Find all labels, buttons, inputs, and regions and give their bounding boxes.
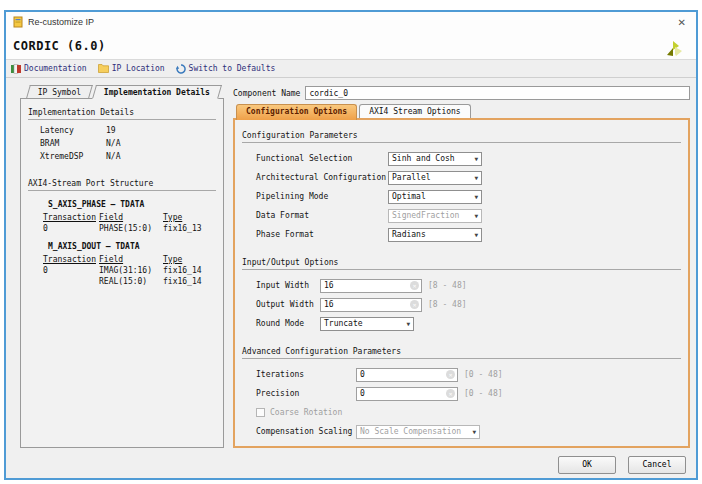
input-width-label: Input Width bbox=[256, 281, 320, 290]
tab-axi4-stream-options[interactable]: AXI4 Stream Options bbox=[359, 104, 471, 118]
switch-to-defaults-label: Switch to Defaults bbox=[189, 64, 276, 73]
xilinx-logo-icon bbox=[664, 39, 684, 59]
architectural-configuration-row: Architectural Configuration Parallel▼ bbox=[256, 168, 681, 187]
round-mode-dropdown[interactable]: Truncate▼ bbox=[320, 317, 414, 331]
column-header: Field bbox=[99, 213, 163, 222]
refresh-icon bbox=[176, 64, 186, 74]
chevron-down-icon: ▼ bbox=[474, 212, 478, 219]
output-width-range: [8 - 48] bbox=[428, 300, 467, 309]
ip-location-button[interactable]: IP Location bbox=[98, 64, 165, 73]
chevron-down-icon: ▼ bbox=[406, 320, 410, 327]
output-width-label: Output Width bbox=[256, 300, 320, 309]
compensation-scaling-label: Compensation Scaling bbox=[256, 427, 356, 436]
column-header: Type bbox=[163, 255, 216, 264]
iterations-field[interactable]: 0✕ bbox=[356, 368, 458, 382]
column-header: Transaction bbox=[43, 213, 99, 222]
input-width-range: [8 - 48] bbox=[428, 281, 467, 290]
table-cell: REAL(15:0) bbox=[99, 277, 163, 286]
clear-icon[interactable]: ✕ bbox=[446, 389, 455, 398]
data-format-label: Data Format bbox=[256, 211, 388, 220]
coarse-rotation-row: Coarse Rotation bbox=[256, 403, 681, 422]
coarse-rotation-checkbox bbox=[256, 408, 265, 417]
iterations-range: [0 - 48] bbox=[464, 370, 503, 379]
impl-row-xtremedsp: XtremeDSPN/A bbox=[40, 152, 216, 165]
component-name-input[interactable] bbox=[305, 86, 690, 100]
chevron-down-icon: ▼ bbox=[472, 428, 476, 435]
folder-icon bbox=[98, 64, 109, 73]
table-cell: fix16_14 bbox=[163, 277, 216, 286]
right-panel: Component Name Configuration Options AXI… bbox=[233, 85, 690, 448]
precision-range: [0 - 48] bbox=[464, 389, 503, 398]
pipelining-mode-label: Pipelining Mode bbox=[256, 192, 388, 201]
iterations-row: Iterations 0✕ [0 - 48] bbox=[256, 365, 681, 384]
switch-to-defaults-button[interactable]: Switch to Defaults bbox=[176, 64, 276, 74]
axi4-port-structure-title: AXI4-Stream Port Structure bbox=[28, 177, 216, 191]
table-cell: 0 bbox=[43, 266, 99, 275]
window-title: Re-customize IP bbox=[28, 17, 94, 27]
chevron-down-icon: ▼ bbox=[474, 174, 478, 181]
round-mode-row: Round Mode Truncate▼ bbox=[256, 314, 681, 333]
configuration-parameters-title: Configuration Parameters bbox=[242, 129, 681, 143]
clear-icon[interactable]: ✕ bbox=[410, 300, 419, 309]
window-titlebar: Re-customize IP ✕ bbox=[6, 12, 696, 32]
chevron-down-icon: ▼ bbox=[474, 193, 478, 200]
architectural-configuration-dropdown[interactable]: Parallel▼ bbox=[388, 171, 482, 185]
s-axis-phase-table: Transaction Field Type 0 PHASE(15:0) fix… bbox=[43, 213, 216, 233]
dialog-header: CORDIC (6.0) bbox=[6, 32, 696, 59]
impl-row-bram: BRAMN/A bbox=[40, 139, 216, 152]
impl-row-latency: Latency19 bbox=[40, 126, 216, 139]
input-width-field[interactable]: 16✕ bbox=[320, 279, 422, 293]
component-name-row: Component Name bbox=[233, 85, 690, 101]
column-header: Type bbox=[163, 213, 216, 222]
tab-ip-symbol[interactable]: IP Symbol bbox=[26, 85, 93, 98]
output-width-field[interactable]: 16✕ bbox=[320, 298, 422, 312]
m-axis-dout-group-title: M_AXIS_DOUT — TDATA bbox=[48, 242, 216, 251]
table-cell: 0 bbox=[43, 224, 99, 233]
data-format-row: Data Format SignedFraction▼ bbox=[256, 206, 681, 225]
data-format-dropdown: SignedFraction▼ bbox=[388, 209, 482, 223]
close-icon[interactable]: ✕ bbox=[675, 17, 689, 28]
documentation-button[interactable]: Documentation bbox=[11, 64, 87, 74]
clear-icon[interactable]: ✕ bbox=[446, 370, 455, 379]
book-icon bbox=[11, 64, 21, 74]
column-header: Field bbox=[99, 255, 163, 264]
column-header: Transaction bbox=[43, 255, 99, 264]
documentation-label: Documentation bbox=[24, 64, 87, 73]
precision-label: Precision bbox=[256, 389, 356, 398]
ip-location-label: IP Location bbox=[112, 64, 165, 73]
implementation-details-panel: Implementation Details Latency19 BRAMN/A… bbox=[20, 98, 224, 448]
chevron-down-icon: ▼ bbox=[474, 231, 478, 238]
m-axis-dout-table: Transaction Field Type 0 IMAG(31:16) fix… bbox=[43, 255, 216, 286]
ip-dialog-icon bbox=[13, 16, 23, 28]
phase-format-label: Phase Format bbox=[256, 230, 388, 239]
right-tab-bar: Configuration Options AXI4 Stream Option… bbox=[233, 104, 690, 118]
output-width-row: Output Width 16✕ [8 - 48] bbox=[256, 295, 681, 314]
functional-selection-row: Functional Selection Sinh and Cosh▼ bbox=[256, 149, 681, 168]
recustomize-ip-dialog: Re-customize IP ✕ CORDIC (6.0) Documenta… bbox=[4, 10, 698, 480]
table-cell: fix16_13 bbox=[163, 224, 216, 233]
precision-field[interactable]: 0✕ bbox=[356, 387, 458, 401]
precision-row: Precision 0✕ [0 - 48] bbox=[256, 384, 681, 403]
phase-format-dropdown[interactable]: Radians▼ bbox=[388, 228, 482, 242]
chevron-down-icon: ▼ bbox=[474, 155, 478, 162]
compensation-scaling-dropdown: No Scale Compensation▼ bbox=[356, 425, 480, 439]
compensation-scaling-row: Compensation Scaling No Scale Compensati… bbox=[256, 422, 681, 441]
tab-implementation-details[interactable]: Implementation Details bbox=[92, 85, 222, 99]
page-title: CORDIC (6.0) bbox=[13, 39, 106, 53]
dialog-main: IP Symbol Implementation Details Impleme… bbox=[6, 78, 696, 451]
pipelining-mode-dropdown[interactable]: Optimal▼ bbox=[388, 190, 482, 204]
table-cell: fix16_14 bbox=[163, 266, 216, 275]
table-cell: PHASE(15:0) bbox=[99, 224, 163, 233]
round-mode-label: Round Mode bbox=[256, 319, 320, 328]
clear-icon[interactable]: ✕ bbox=[410, 281, 419, 290]
ok-button[interactable]: OK bbox=[558, 456, 616, 474]
dialog-footer: OK Cancel bbox=[6, 451, 696, 478]
s-axis-phase-group-title: S_AXIS_PHASE — TDATA bbox=[48, 200, 216, 209]
toolbar: Documentation IP Location Switch to Defa… bbox=[6, 59, 696, 78]
cancel-button[interactable]: Cancel bbox=[628, 456, 686, 474]
functional-selection-dropdown[interactable]: Sinh and Cosh▼ bbox=[388, 152, 482, 166]
tab-configuration-options[interactable]: Configuration Options bbox=[236, 104, 357, 120]
architectural-configuration-label: Architectural Configuration bbox=[256, 173, 388, 182]
input-width-row: Input Width 16✕ [8 - 48] bbox=[256, 276, 681, 295]
phase-format-row: Phase Format Radians▼ bbox=[256, 225, 681, 244]
